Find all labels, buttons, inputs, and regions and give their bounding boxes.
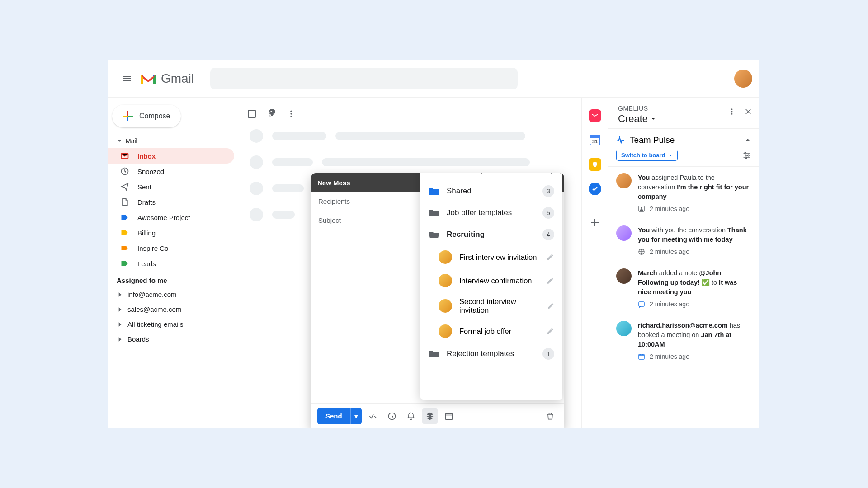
template-folder[interactable]: Shared3 — [420, 180, 562, 202]
svg-point-14 — [745, 152, 746, 154]
assigned-item[interactable]: sales@acme.com — [108, 302, 240, 317]
assigned-item[interactable]: All ticketing emails — [108, 317, 240, 332]
template-author-avatar — [439, 299, 452, 313]
svg-point-16 — [745, 157, 747, 158]
gmail-logo[interactable]: Gmail — [139, 71, 194, 86]
email-row[interactable] — [240, 123, 581, 149]
nav-item-sent[interactable]: Sent — [108, 179, 234, 194]
template-item[interactable]: Formal job offer — [420, 319, 562, 343]
tasks-app-icon[interactable] — [589, 183, 601, 195]
feed-item[interactable]: richard.harisson@acme.com has booked a m… — [608, 314, 760, 366]
feed-avatar — [616, 321, 632, 336]
team-pulse-header[interactable]: Team Pulse — [608, 128, 760, 150]
template-search[interactable] — [429, 173, 554, 178]
template-search-input[interactable] — [429, 173, 543, 174]
discard-icon[interactable] — [542, 408, 558, 424]
feed-meta: 2 minutes ago — [638, 353, 751, 360]
svg-rect-21 — [639, 354, 644, 359]
svg-rect-6 — [445, 413, 452, 419]
content-area: New Mess — ✕ Recipients Subject Send ▾ — [240, 98, 581, 428]
count-badge: 3 — [542, 185, 554, 197]
feed-item[interactable]: You assigned Paula to the conversation I… — [608, 166, 760, 219]
topbar: Gmail — [108, 60, 760, 98]
svg-point-18 — [641, 207, 642, 209]
edit-icon[interactable] — [546, 277, 554, 285]
gmail-app: Gmail Compose Mail InboxSnoozedSentDraft… — [108, 60, 760, 428]
compose-footer: Send ▾ — [311, 403, 564, 428]
schedule-icon[interactable] — [384, 408, 400, 424]
account-avatar[interactable] — [734, 70, 752, 88]
template-folder[interactable]: Recruiting4 — [420, 224, 562, 245]
send-button[interactable]: Send ▾ — [317, 408, 362, 424]
panel-more-icon[interactable] — [728, 108, 736, 117]
feed-text: March added a note @John Following up to… — [638, 268, 751, 297]
keep-app-icon[interactable] — [589, 158, 601, 171]
filter-icon[interactable] — [742, 151, 751, 160]
search-icon — [543, 173, 553, 175]
template-icon[interactable] — [422, 408, 438, 424]
tracking-icon[interactable] — [365, 408, 381, 424]
compose-window: New Mess — ✕ Recipients Subject Send ▾ — [311, 173, 564, 428]
feed-avatar — [616, 268, 632, 284]
template-author-avatar — [439, 324, 452, 338]
calendar-app-icon[interactable]: 31 — [589, 134, 601, 146]
feed-item[interactable]: You with you the conversation Thank you … — [608, 219, 760, 262]
send-dropdown-icon[interactable]: ▾ — [350, 408, 362, 424]
template-author-avatar — [439, 250, 452, 264]
edit-icon[interactable] — [546, 253, 554, 261]
nav-item-inbox[interactable]: Inbox — [108, 148, 234, 164]
assigned-item[interactable]: info@acme.com — [108, 287, 240, 302]
edit-icon[interactable] — [547, 302, 554, 310]
assigned-header: Assigned to me — [108, 271, 240, 287]
app-title: Gmail — [161, 71, 194, 86]
svg-point-12 — [731, 111, 733, 113]
email-row[interactable] — [240, 149, 581, 175]
svg-text:31: 31 — [592, 139, 597, 144]
svg-point-3 — [290, 113, 292, 114]
panel-close-icon[interactable] — [744, 108, 752, 117]
svg-point-11 — [731, 108, 733, 110]
more-icon[interactable] — [287, 109, 296, 118]
reminder-icon[interactable] — [403, 408, 419, 424]
svg-point-2 — [290, 111, 292, 112]
mail-section-header[interactable]: Mail — [108, 134, 240, 148]
feed-text: You assigned Paula to the conversation I… — [638, 173, 751, 202]
count-badge: 1 — [542, 348, 554, 360]
feed-avatar — [616, 225, 632, 241]
compose-button[interactable]: Compose — [112, 105, 181, 127]
feed-avatar — [616, 173, 632, 188]
meeting-icon[interactable] — [441, 408, 457, 424]
template-folder[interactable]: Rejection templates1 — [420, 343, 562, 365]
gmelius-panel: GMELIUS Create Team Pulse Switch to boar… — [608, 98, 760, 428]
template-item[interactable]: Interview confirmation — [420, 269, 562, 292]
chevron-up-icon[interactable] — [744, 136, 751, 144]
gmelius-app-icon[interactable] — [589, 109, 601, 122]
template-item[interactable]: First interview invitation — [420, 245, 562, 269]
svg-point-15 — [748, 155, 749, 156]
nav-item-awesome[interactable]: Awesome Project — [108, 210, 234, 225]
template-folder[interactable]: Job offer templates5 — [420, 202, 562, 224]
nav-item-inspire[interactable]: Inspire Co — [108, 240, 234, 256]
menu-icon[interactable] — [116, 68, 137, 89]
templates-popup: Powered by Gmelius SEQUENCES TEMPLATES S… — [420, 173, 562, 400]
feed-meta: 2 minutes ago — [638, 248, 751, 255]
search-input[interactable] — [210, 68, 518, 89]
feed-meta: 2 minutes ago — [638, 300, 751, 308]
feed-item[interactable]: March added a note @John Following up to… — [608, 262, 760, 314]
nav-item-billing[interactable]: Billing — [108, 225, 234, 240]
template-item[interactable]: Second interview invitation — [420, 292, 562, 319]
refresh-icon[interactable] — [267, 109, 276, 118]
nav-item-snoozed[interactable]: Snoozed — [108, 164, 234, 179]
gmelius-panel-header: GMELIUS Create — [608, 98, 760, 128]
assigned-item[interactable]: Boards — [108, 332, 240, 347]
nav-item-drafts[interactable]: Drafts — [108, 194, 234, 210]
select-all-checkbox[interactable] — [248, 110, 256, 118]
nav-item-leads[interactable]: Leads — [108, 256, 234, 271]
compose-label: Compose — [139, 112, 170, 120]
sidebar: Compose Mail InboxSnoozedSentDraftsAweso… — [108, 98, 240, 428]
svg-point-4 — [290, 116, 292, 117]
email-toolbar — [240, 105, 581, 123]
switch-to-board-button[interactable]: Switch to board — [616, 150, 678, 161]
edit-icon[interactable] — [546, 327, 554, 335]
add-app-icon[interactable] — [589, 216, 601, 229]
